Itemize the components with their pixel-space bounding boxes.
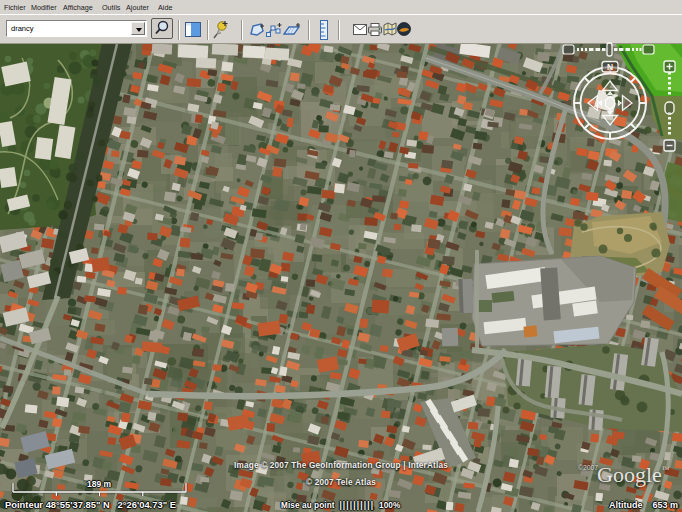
svg-text:N: N [607, 62, 613, 72]
